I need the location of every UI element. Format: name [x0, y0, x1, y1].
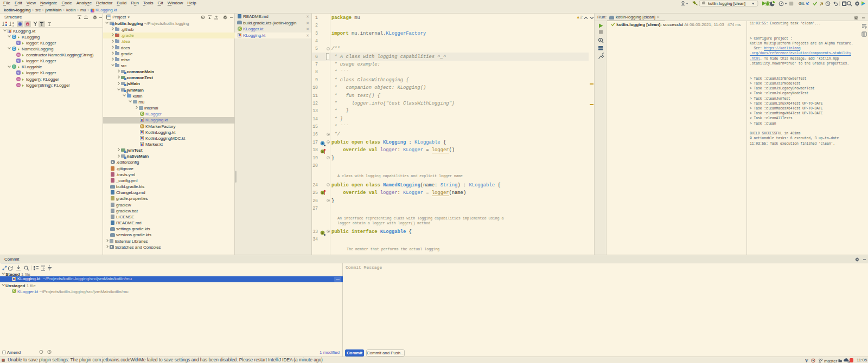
svg-text:master: master — [824, 359, 838, 363]
svg-text:V: V — [805, 359, 808, 363]
svg-text:kotlin-logging [clean]: kotlin-logging [clean] — [708, 1, 745, 6]
svg-text:a: a — [27, 23, 29, 26]
svg-text:Git:: Git: — [799, 1, 805, 6]
svg-text:z: z — [12, 24, 14, 28]
